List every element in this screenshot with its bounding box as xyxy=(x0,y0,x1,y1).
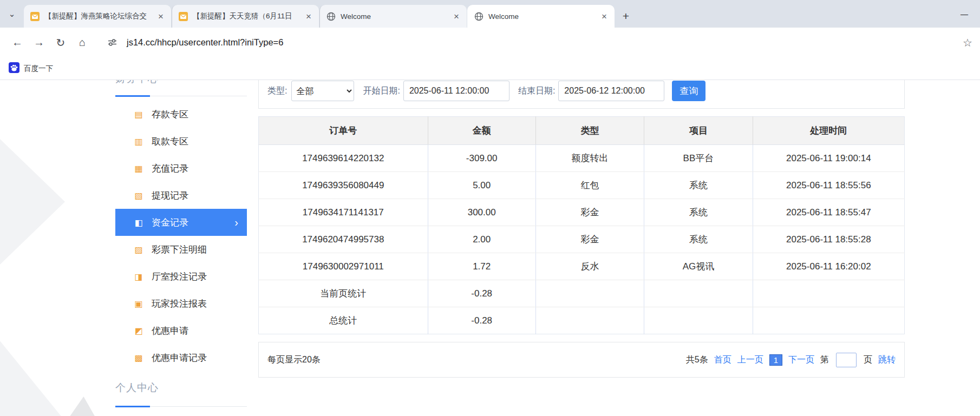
type-label: 类型: xyxy=(267,81,287,101)
filter-bar: 类型: 全部 开始日期: 结束日期: 查询 xyxy=(258,80,905,109)
reload-icon[interactable]: ↻ xyxy=(51,33,70,52)
tab-close-icon[interactable]: × xyxy=(304,11,313,22)
cell-project: 系统 xyxy=(644,199,753,226)
cell-amount: -309.00 xyxy=(428,145,535,172)
withdrawal-records-icon: ▧ xyxy=(133,190,144,201)
room-bet-records-icon: ◨ xyxy=(133,272,144,282)
browser-tab-4-active[interactable]: Welcome × xyxy=(467,5,615,28)
cell-order-no: 1749639614220132 xyxy=(259,145,428,172)
start-date-input[interactable] xyxy=(403,81,509,101)
address-bar[interactable]: js14.cc/hhcp/usercenter.html?iniType=6 xyxy=(127,37,283,48)
funds-records-table: 订单号 金额 类型 项目 处理时间 1749639614220132 -309.… xyxy=(258,116,905,334)
site-info-icon[interactable] xyxy=(104,35,120,51)
bookmark-star-icon[interactable]: ☆ xyxy=(963,36,972,49)
tab-title: Welcome xyxy=(341,12,447,21)
prev-page-link[interactable]: 上一页 xyxy=(737,354,763,366)
mail-favicon-icon xyxy=(30,12,40,21)
cell-type: 额度转出 xyxy=(535,145,644,172)
cell-type: 彩金 xyxy=(535,199,644,226)
sidebar-section-finance: 财务中心 xyxy=(115,80,247,101)
minimize-button[interactable]: — xyxy=(949,0,980,28)
end-date-input[interactable] xyxy=(558,81,664,101)
first-page-link[interactable]: 首页 xyxy=(714,354,731,366)
start-date-label: 开始日期: xyxy=(363,81,400,101)
mail-favicon-icon xyxy=(179,12,188,21)
jump-prefix-text: 第 xyxy=(820,354,829,366)
current-page-indicator[interactable]: 1 xyxy=(769,354,782,366)
col-header-amount: 金额 xyxy=(428,117,535,145)
tab-close-icon[interactable]: × xyxy=(452,11,461,22)
cell-project: 系统 xyxy=(644,172,753,199)
cell-type: 彩金 xyxy=(535,226,644,253)
cell-time: 2025-06-11 16:20:02 xyxy=(753,253,904,280)
tab-close-icon[interactable]: × xyxy=(156,11,166,22)
promo-apply-records-icon: ▩ xyxy=(133,353,144,363)
total-count-text: 共5条 xyxy=(686,354,708,366)
cell-amount: -0.28 xyxy=(428,280,535,307)
table-row: 1749634171141317 300.00 彩金 系统 2025-06-11… xyxy=(259,199,905,226)
withdraw-icon: ▥ xyxy=(133,136,144,147)
globe-favicon-icon xyxy=(474,12,484,21)
sidebar-item-promo-apply-records[interactable]: ▩ 优惠申请记录 xyxy=(115,344,247,371)
decorative-triangle xyxy=(0,123,65,280)
deposit-icon: ▤ xyxy=(133,109,144,120)
sidebar-item-label: 彩票下注明细 xyxy=(152,243,207,256)
bookmark-item-baidu[interactable]: 百度一下 xyxy=(24,64,53,74)
sidebar-item-room-bet-records[interactable]: ◨ 厅室投注记录 xyxy=(115,263,247,290)
forward-icon[interactable]: → xyxy=(29,33,49,52)
tab-title: 【新提醒】海燕策略论坛综合交 xyxy=(44,11,151,21)
jump-link[interactable]: 跳转 xyxy=(878,354,896,366)
cell-amount: 2.00 xyxy=(428,226,535,253)
decorative-triangle xyxy=(69,397,95,416)
bookmarks-bar: 百度一下 xyxy=(0,57,980,80)
sidebar-item-withdrawal-records[interactable]: ▧ 提现记录 xyxy=(115,182,247,209)
next-page-link[interactable]: 下一页 xyxy=(788,354,814,366)
jump-suffix-text: 页 xyxy=(864,354,872,366)
sidebar-item-label: 取款专区 xyxy=(152,135,188,148)
col-header-project: 项目 xyxy=(644,117,753,145)
end-date-label: 结束日期: xyxy=(518,81,555,101)
search-button[interactable]: 查询 xyxy=(672,81,705,101)
globe-favicon-icon xyxy=(326,12,336,21)
cell-time: 2025-06-11 18:55:47 xyxy=(753,199,904,226)
web-page: 财务中心 ▤ 存款专区 ▥ 取款专区 ▦ 充值记录 ▧ 提现记录 ◧ 资金记录 … xyxy=(0,80,980,416)
decorative-triangle xyxy=(0,334,65,416)
table-row-total-summary: 总统计 -0.28 xyxy=(259,307,905,334)
cell-order-no: 1749620474995738 xyxy=(259,226,428,253)
sidebar-section-personal: 个人中心 xyxy=(115,377,247,407)
sidebar-item-recharge-records[interactable]: ▦ 充值记录 xyxy=(115,155,247,182)
cell-summary-label: 总统计 xyxy=(259,307,428,334)
sidebar-item-promo-apply[interactable]: ◩ 优惠申请 xyxy=(115,317,247,344)
type-select[interactable]: 全部 xyxy=(291,81,354,101)
cell-order-no: 1749630002971011 xyxy=(259,253,428,280)
main-content: 类型: 全部 开始日期: 结束日期: 查询 订单号 金额 类型 项目 处理时间 xyxy=(258,80,905,378)
section-underline xyxy=(115,96,247,96)
cell-type: 红包 xyxy=(535,172,644,199)
sidebar-item-deposit[interactable]: ▤ 存款专区 xyxy=(115,101,247,128)
col-header-type: 类型 xyxy=(535,117,644,145)
sidebar-item-label: 存款专区 xyxy=(152,108,188,121)
sidebar-item-funds-records[interactable]: ◧ 资金记录 › xyxy=(115,209,247,236)
sidebar-item-lottery-bet-details[interactable]: ▨ 彩票下注明细 xyxy=(115,236,247,263)
tab-bar: ⌄ 【新提醒】海燕策略论坛综合交 × 【新提醒】天天竞猜（6月11日 × Wel… xyxy=(0,0,980,28)
tab-title: Welcome xyxy=(488,12,594,21)
sidebar-item-label: 优惠申请 xyxy=(152,325,188,337)
browser-tab-2[interactable]: 【新提醒】天天竞猜（6月11日 × xyxy=(172,5,319,28)
page-jump-input[interactable] xyxy=(836,353,857,367)
browser-tab-1[interactable]: 【新提醒】海燕策略论坛综合交 × xyxy=(24,5,171,28)
tab-title: 【新提醒】天天竞猜（6月11日 xyxy=(193,11,299,21)
tab-search-chevron-icon[interactable]: ⌄ xyxy=(0,0,24,28)
table-row: 1749639356080449 5.00 红包 系统 2025-06-11 1… xyxy=(259,172,905,199)
navigation-bar: ← → ↻ ⌂ js14.cc/hhcp/usercenter.html?ini… xyxy=(0,28,980,57)
sidebar-item-withdraw[interactable]: ▥ 取款专区 xyxy=(115,128,247,155)
sidebar-item-player-bet-report[interactable]: ▣ 玩家投注报表 xyxy=(115,290,247,317)
back-icon[interactable]: ← xyxy=(8,33,27,52)
lottery-bet-details-icon: ▨ xyxy=(133,245,144,255)
browser-tab-3[interactable]: Welcome × xyxy=(319,5,467,28)
home-icon[interactable]: ⌂ xyxy=(73,33,92,52)
cell-project: 系统 xyxy=(644,226,753,253)
pagination-bar: 每页显示20条 共5条 首页 上一页 1 下一页 第 页 跳转 xyxy=(258,342,905,378)
col-header-time: 处理时间 xyxy=(753,117,904,145)
new-tab-button[interactable]: + xyxy=(615,5,637,28)
tab-close-icon[interactable]: × xyxy=(599,11,609,22)
